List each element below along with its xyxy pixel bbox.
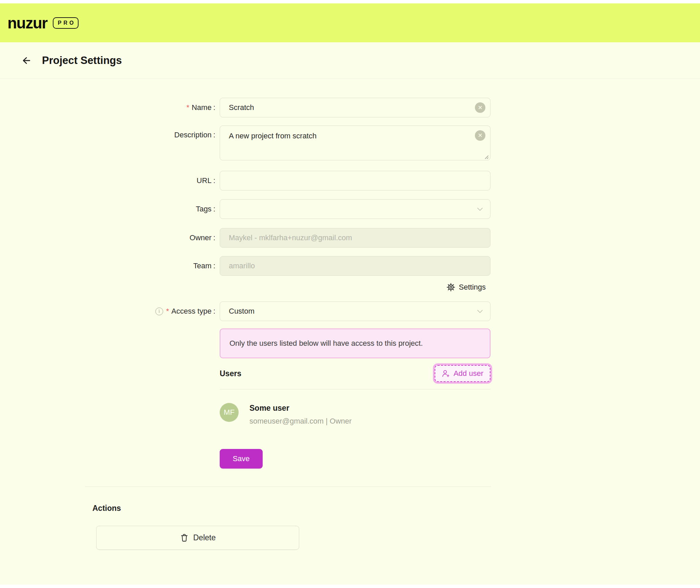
clear-name-icon[interactable]: ✕: [475, 103, 485, 113]
chevron-down-icon: [476, 307, 484, 315]
settings-form: * Name : ✕ Description : A new project f…: [0, 79, 700, 550]
settings-link-label: Settings: [459, 283, 486, 292]
description-textarea[interactable]: A new project from scratch: [220, 126, 490, 160]
access-type-note: Only the users listed below will have ac…: [220, 329, 490, 358]
section-divider: [85, 487, 491, 487]
top-strip: [0, 0, 700, 3]
user-name: Some user: [249, 404, 352, 413]
page-title: Project Settings: [42, 54, 122, 67]
access-type-label: i * Access type :: [0, 307, 215, 316]
topbar: nuzur PRO: [0, 3, 700, 42]
name-label: * Name :: [0, 103, 215, 112]
users-section: Users Add user MF S: [220, 365, 490, 426]
project-settings-page: nuzur PRO Project Settings * Name :: [0, 0, 700, 588]
add-user-label: Add user: [454, 369, 483, 378]
save-button[interactable]: Save: [220, 449, 263, 469]
description-label: Description :: [0, 126, 215, 139]
access-type-select[interactable]: Custom: [220, 301, 490, 321]
content-area: Project Settings * Name : ✕ Description: [0, 42, 700, 585]
actions-heading: Actions: [92, 504, 700, 513]
owner-row: Owner :: [0, 228, 700, 248]
description-row: Description : A new project from scratch…: [0, 126, 700, 162]
resize-handle-icon[interactable]: [484, 154, 489, 159]
delete-label: Delete: [193, 533, 216, 542]
name-row: * Name : ✕: [0, 98, 700, 117]
url-input[interactable]: [220, 171, 490, 190]
chevron-down-icon: [476, 205, 484, 213]
add-user-button[interactable]: Add user: [435, 365, 490, 382]
pro-badge: PRO: [53, 17, 79, 29]
tags-select[interactable]: [220, 199, 490, 219]
team-settings-link[interactable]: Settings: [220, 283, 490, 292]
owner-label: Owner :: [0, 233, 215, 242]
url-label: URL :: [0, 176, 215, 185]
delete-button[interactable]: Delete: [96, 526, 299, 550]
tags-label: Tags :: [0, 205, 215, 213]
owner-input: [220, 228, 490, 248]
back-button[interactable]: [20, 54, 32, 67]
required-mark: *: [187, 103, 190, 112]
arrow-left-icon: [20, 55, 31, 66]
users-heading: Users: [220, 369, 241, 378]
required-mark: *: [166, 307, 169, 316]
trash-icon: [180, 533, 189, 542]
user-meta: someuser@gmail.com | Owner: [249, 417, 352, 426]
access-type-row: i * Access type : Custom: [0, 301, 700, 321]
user-avatar: MF: [220, 403, 239, 422]
user-plus-icon: [442, 369, 450, 378]
page-header: Project Settings: [0, 42, 700, 79]
team-label: Team :: [0, 262, 215, 270]
gear-icon: [446, 283, 455, 292]
url-row: URL :: [0, 171, 700, 190]
user-list-item: MF Some user someuser@gmail.com | Owner: [220, 403, 490, 426]
access-type-select-value: Custom: [229, 307, 255, 316]
bottom-strip: [0, 585, 700, 588]
team-row: Team :: [0, 256, 700, 276]
team-input: [220, 256, 490, 276]
clear-description-icon[interactable]: ✕: [475, 130, 485, 141]
info-circle-icon[interactable]: i: [155, 308, 163, 315]
tags-row: Tags :: [0, 199, 700, 219]
brand-logo: nuzur: [7, 14, 47, 32]
name-input[interactable]: [220, 98, 490, 117]
users-divider: [220, 389, 490, 389]
